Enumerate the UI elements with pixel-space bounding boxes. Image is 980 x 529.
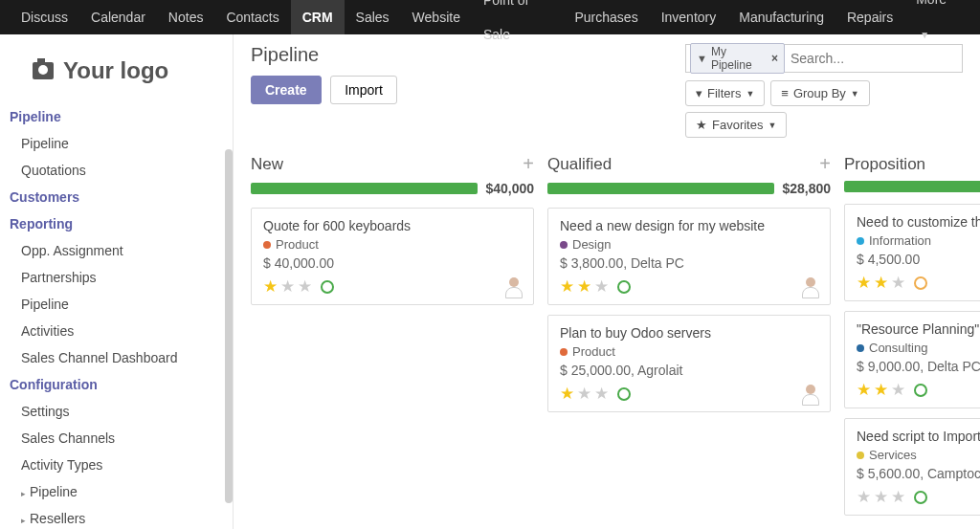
- sidebar-item-settings[interactable]: Settings: [0, 398, 233, 425]
- sidebar-item-partnerships[interactable]: Partnerships: [0, 264, 233, 291]
- kanban-card[interactable]: "Resource Planning" p development Consul…: [844, 311, 980, 408]
- priority-stars: ★★★: [560, 384, 818, 404]
- tag-label: Services: [869, 448, 917, 462]
- star-icon[interactable]: ★: [891, 273, 905, 293]
- star-icon: ★: [696, 118, 707, 132]
- star-icon[interactable]: ★: [874, 487, 888, 507]
- activity-icon[interactable]: [617, 280, 631, 294]
- star-icon[interactable]: ★: [577, 276, 591, 297]
- sidebar-item-activity-types[interactable]: Activity Types: [0, 452, 233, 478]
- top-nav: DiscussCalendarNotesContactsCRMSalesWebs…: [0, 0, 980, 34]
- favorites-button[interactable]: ★ Favorites ▼: [685, 112, 787, 138]
- kanban-card[interactable]: Need a new design for my website Design …: [547, 208, 831, 305]
- sidebar-item-activities[interactable]: Activities: [0, 318, 233, 344]
- sidebar-item-pipeline[interactable]: Pipeline: [0, 130, 233, 157]
- activity-icon[interactable]: [914, 276, 927, 290]
- sidebar-scrollbar[interactable]: [225, 149, 233, 503]
- tag-dot-icon: [560, 241, 568, 249]
- nav-item-inventory[interactable]: Inventory: [650, 0, 728, 34]
- groupby-label: Group By: [793, 86, 846, 100]
- priority-stars: ★★★: [263, 276, 522, 297]
- sidebar-section-pipeline[interactable]: Pipeline: [0, 103, 233, 130]
- filters-label: Filters: [707, 86, 741, 100]
- nav-item-contacts[interactable]: Contacts: [214, 0, 290, 34]
- star-icon[interactable]: ★: [263, 276, 278, 297]
- sidebar-item-resellers[interactable]: Resellers: [0, 505, 233, 529]
- activity-icon[interactable]: [321, 280, 334, 294]
- star-icon[interactable]: ★: [560, 276, 574, 297]
- star-icon[interactable]: ★: [594, 276, 609, 297]
- star-icon[interactable]: ★: [280, 276, 295, 297]
- star-icon[interactable]: ★: [874, 273, 888, 293]
- add-card-button[interactable]: +: [523, 153, 534, 175]
- search-box[interactable]: ▼ My Pipeline ×: [685, 44, 963, 73]
- nav-item-repairs[interactable]: Repairs: [835, 0, 904, 34]
- avatar[interactable]: [799, 383, 822, 406]
- star-icon[interactable]: ★: [594, 384, 609, 404]
- add-card-button[interactable]: +: [819, 153, 831, 175]
- favorites-label: Favorites: [712, 118, 763, 132]
- kanban-card[interactable]: Quote for 600 keyboards Product $ 40,000…: [251, 208, 534, 305]
- close-icon[interactable]: ×: [771, 52, 778, 65]
- priority-stars: ★★★: [560, 276, 818, 297]
- nav-item-sales[interactable]: Sales: [345, 0, 401, 34]
- filters-button[interactable]: ▾ Filters ▼: [685, 80, 765, 106]
- kanban-card[interactable]: Need to customize the Information $ 4,50…: [844, 204, 980, 301]
- tag-dot-icon: [857, 452, 864, 459]
- star-icon[interactable]: ★: [891, 380, 905, 400]
- star-icon[interactable]: ★: [891, 487, 905, 507]
- nav-item-notes[interactable]: Notes: [157, 0, 215, 34]
- nav-item-discuss[interactable]: Discuss: [10, 0, 79, 34]
- sidebar-section-reporting[interactable]: Reporting: [0, 210, 233, 237]
- star-icon[interactable]: ★: [874, 380, 888, 400]
- star-icon[interactable]: ★: [577, 384, 591, 404]
- groupby-button[interactable]: ≡ Group By ▼: [770, 80, 869, 106]
- star-icon[interactable]: ★: [298, 276, 312, 297]
- nav-item-crm[interactable]: CRM: [291, 0, 345, 34]
- card-title: Need script to Import e: [857, 429, 980, 444]
- sidebar-item-rep-pipeline[interactable]: Pipeline: [0, 291, 233, 318]
- card-tag: Design: [560, 237, 818, 252]
- create-button[interactable]: Create: [251, 76, 322, 104]
- sidebar-section-customers[interactable]: Customers: [0, 184, 233, 210]
- activity-icon[interactable]: [914, 384, 927, 397]
- activity-icon[interactable]: [617, 387, 631, 401]
- chevron-down-icon: ▼: [851, 89, 859, 99]
- nav-item-website[interactable]: Website: [401, 0, 472, 34]
- sidebar-item-quotations[interactable]: Quotations: [0, 157, 233, 184]
- activity-icon[interactable]: [914, 491, 927, 504]
- kanban-column: Proposition + Need to customize the Info…: [844, 153, 980, 525]
- control-panel: Pipeline Create Import ▼ My Pipeline ×: [234, 34, 980, 147]
- star-icon[interactable]: ★: [857, 487, 871, 507]
- sidebar-item-sales-channels[interactable]: Sales Channels: [0, 425, 233, 452]
- avatar[interactable]: [799, 276, 822, 298]
- sidebar-item-cfg-pipeline[interactable]: Pipeline: [0, 478, 233, 505]
- sidebar-item-opp-assignment[interactable]: Opp. Assignment: [0, 237, 233, 264]
- sidebar-item-sales-channel-dash[interactable]: Sales Channel Dashboard: [0, 344, 233, 371]
- nav-item-calendar[interactable]: Calendar: [79, 0, 157, 34]
- card-tag: Product: [263, 237, 522, 252]
- search-filter-tag[interactable]: ▼ My Pipeline ×: [690, 43, 785, 74]
- main: Pipeline Create Import ▼ My Pipeline ×: [234, 34, 980, 529]
- progress-bar: [251, 183, 478, 194]
- tag-label: Consulting: [869, 341, 927, 355]
- import-button[interactable]: Import: [330, 76, 397, 104]
- tag-dot-icon: [857, 344, 864, 352]
- star-icon[interactable]: ★: [857, 273, 871, 293]
- star-icon[interactable]: ★: [857, 380, 871, 400]
- search-input[interactable]: [785, 51, 958, 66]
- avatar[interactable]: [502, 276, 525, 298]
- priority-stars: ★★★: [857, 487, 980, 507]
- kanban-card[interactable]: Need script to Import e Services $ 5,600…: [844, 418, 980, 516]
- nav-item-manufacturing[interactable]: Manufacturing: [727, 0, 835, 34]
- logo[interactable]: Your logo: [0, 48, 233, 103]
- card-subtitle: $ 5,600.00, Camptocar: [857, 466, 980, 481]
- card-subtitle: $ 3,800.00, Delta PC: [560, 255, 818, 271]
- sidebar-section-configuration[interactable]: Configuration: [0, 371, 233, 398]
- nav-item-purchases[interactable]: Purchases: [563, 0, 649, 34]
- tag-label: Design: [572, 237, 611, 252]
- card-subtitle: $ 4,500.00: [857, 252, 980, 267]
- tag-dot-icon: [263, 241, 271, 249]
- kanban-card[interactable]: Plan to buy Odoo servers Product $ 25,00…: [547, 315, 831, 412]
- star-icon[interactable]: ★: [560, 384, 574, 404]
